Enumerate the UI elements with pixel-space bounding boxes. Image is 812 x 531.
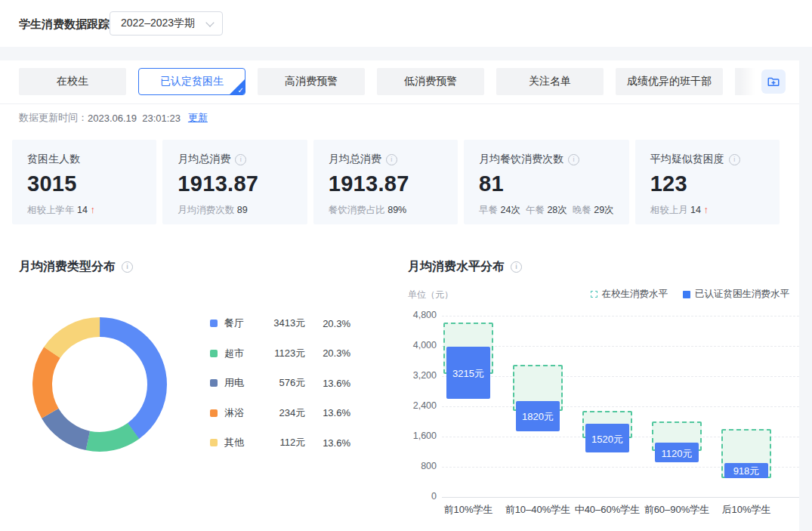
stat-footer-text: 相较上月 bbox=[650, 205, 690, 215]
y-axis-tick: 800 bbox=[399, 461, 437, 471]
donut-legend-row: 淋浴234元13.6% bbox=[210, 403, 350, 424]
stat-card-value: 81 bbox=[479, 171, 614, 196]
stat-card-title-text: 月均总消费 bbox=[329, 153, 381, 166]
tab-fade-overlay bbox=[740, 66, 761, 97]
legend-label: 超市 bbox=[224, 347, 266, 360]
y-axis-tick: 4,800 bbox=[399, 310, 437, 320]
tab-item[interactable]: 在校生 bbox=[19, 68, 126, 95]
legend-value: 1123元 bbox=[266, 347, 306, 360]
arrow-up-icon: ↑ bbox=[704, 205, 709, 215]
donut-legend-row: 其他112元13.6% bbox=[210, 432, 350, 453]
donut-chart bbox=[31, 316, 168, 453]
semester-select-value: 2022–2023学期 bbox=[121, 17, 195, 30]
tab-item[interactable]: 已认定贫困生✓ bbox=[138, 68, 245, 95]
stat-card-title: 平均疑似贫困度i bbox=[650, 153, 764, 166]
legend-value: 576元 bbox=[266, 376, 306, 390]
update-time-label: 数据更新时间： bbox=[19, 111, 88, 125]
dashboard: 学生消费数据跟踪： 2022–2023学期 在校生已认定贫困生✓高消费预警低消费… bbox=[0, 0, 812, 531]
top-bar: 学生消费数据跟踪： 2022–2023学期 bbox=[0, 0, 812, 47]
tab-item[interactable]: 低消费预警 bbox=[377, 68, 484, 95]
info-icon[interactable]: i bbox=[729, 154, 740, 165]
gridline bbox=[442, 497, 799, 498]
legend-percent: 13.6% bbox=[313, 378, 350, 389]
legend-swatch bbox=[683, 291, 690, 298]
donut-legend-row: 餐厅3413元20.3% bbox=[210, 313, 350, 334]
legend-swatch bbox=[210, 379, 218, 387]
legend-label: 在校生消费水平 bbox=[602, 288, 668, 301]
stat-footer-text: 29次 bbox=[594, 205, 613, 215]
arrow-up-icon: ↑ bbox=[90, 205, 94, 215]
stat-card-footer: 相较上月 14 ↑ bbox=[650, 204, 764, 217]
y-axis-tick: 2,400 bbox=[399, 400, 437, 411]
info-icon[interactable]: i bbox=[386, 154, 397, 165]
stat-card-title-text: 月均餐饮消费次数 bbox=[479, 153, 563, 166]
info-icon[interactable]: i bbox=[568, 154, 579, 165]
bar-section-title: 月均消费水平分布 i bbox=[408, 259, 522, 275]
info-icon[interactable]: i bbox=[511, 261, 522, 273]
stat-card-value: 123 bbox=[650, 171, 764, 196]
bar-chart-legend: 在校生消费水平已认证贫困生消费水平 bbox=[591, 288, 790, 301]
donut-legend-row: 超市1123元20.3% bbox=[210, 343, 350, 364]
info-icon[interactable]: i bbox=[122, 261, 133, 273]
legend-dashed-swatch bbox=[591, 291, 597, 298]
stat-card: 平均疑似贫困度i123相较上月 14 ↑ bbox=[635, 140, 780, 224]
stat-footer-text: 14 bbox=[690, 205, 703, 215]
chart-legend-item[interactable]: 在校生消费水平 bbox=[591, 288, 668, 301]
stat-footer-text: 89 bbox=[237, 205, 248, 215]
legend-swatch bbox=[210, 350, 218, 357]
donut-legend-row: 用电576元13.6% bbox=[210, 372, 350, 394]
legend-value: 112元 bbox=[266, 436, 306, 449]
gridline bbox=[442, 376, 799, 377]
legend-swatch bbox=[210, 439, 218, 446]
tab-label: 在校生 bbox=[57, 75, 88, 88]
stat-footer-text: 28次 bbox=[547, 205, 567, 215]
stat-card-value: 3015 bbox=[27, 171, 141, 196]
legend-label: 用电 bbox=[224, 376, 266, 390]
stat-footer-text: 月均消费次数 bbox=[178, 205, 236, 215]
stat-card-title: 贫困生人数 bbox=[27, 153, 141, 166]
tab-item[interactable]: 高消费预警 bbox=[258, 68, 365, 95]
stat-card: 月均总消费i1913.87月均消费次数 89 bbox=[162, 140, 307, 224]
chart-legend-item[interactable]: 已认证贫困生消费水平 bbox=[683, 288, 789, 301]
bar-value-label: 3215元 bbox=[446, 367, 490, 381]
stat-footer-text: 晚餐 bbox=[567, 205, 594, 215]
stat-card-title: 月均总消费i bbox=[329, 153, 443, 166]
stat-card: 月均总消费i1913.87餐饮消费占比 89% bbox=[313, 140, 458, 224]
page-title: 学生消费数据跟踪： bbox=[19, 17, 121, 32]
update-time-value: 2023.06.19 23:01:23 bbox=[88, 113, 181, 124]
stat-footer-text: 相较上学年 bbox=[27, 205, 77, 215]
legend-percent: 20.3% bbox=[313, 318, 350, 329]
legend-label: 已认证贫困生消费水平 bbox=[695, 288, 789, 301]
tab-label: 已认定贫困生 bbox=[160, 75, 224, 88]
stat-card-footer: 早餐 24次 午餐 28次 晚餐 29次 bbox=[479, 204, 614, 217]
stat-footer-text: 餐饮消费占比 bbox=[329, 205, 387, 215]
gridline bbox=[442, 346, 799, 347]
tab-item[interactable]: 关注名单 bbox=[496, 68, 604, 95]
legend-label: 餐厅 bbox=[224, 316, 266, 330]
tab-item[interactable]: 成绩优异的班干部 bbox=[616, 68, 723, 95]
stat-card-title-text: 贫困生人数 bbox=[27, 153, 80, 166]
y-axis-tick: 0 bbox=[399, 491, 437, 502]
stat-card-title: 月均总消费i bbox=[178, 153, 292, 166]
tabs-row: 在校生已认定贫困生✓高消费预警低消费预警关注名单成绩优异的班干部 bbox=[19, 68, 723, 95]
update-bar: 数据更新时间： 2023.06.19 23:01:23 更新 bbox=[19, 111, 208, 125]
chevron-down-icon bbox=[205, 18, 214, 26]
stat-footer-text: 早餐 bbox=[479, 205, 500, 215]
stat-card-title-text: 平均疑似贫困度 bbox=[650, 153, 724, 166]
stat-card: 月均餐饮消费次数i81早餐 24次 午餐 28次 晚餐 29次 bbox=[464, 140, 629, 224]
stat-footer-text: 午餐 bbox=[520, 205, 547, 215]
stat-card-value: 1913.87 bbox=[178, 171, 292, 196]
semester-select[interactable]: 2022–2023学期 bbox=[110, 11, 223, 36]
add-tab-button[interactable] bbox=[761, 69, 786, 94]
bar-value-label: 1120元 bbox=[655, 447, 699, 461]
info-icon[interactable]: i bbox=[235, 154, 246, 165]
refresh-link[interactable]: 更新 bbox=[188, 111, 208, 125]
stat-card-title-text: 月均总消费 bbox=[178, 153, 230, 166]
legend-value: 3413元 bbox=[266, 316, 306, 330]
content-panel: 在校生已认定贫困生✓高消费预警低消费预警关注名单成绩优异的班干部 数据更新时间：… bbox=[0, 60, 799, 531]
legend-value: 234元 bbox=[266, 406, 306, 420]
stat-card-footer: 餐饮消费占比 89% bbox=[329, 204, 443, 217]
bar-value-label: 1520元 bbox=[585, 433, 629, 446]
stat-footer-text: 14 bbox=[77, 205, 90, 215]
stat-card-footer: 月均消费次数 89 bbox=[178, 204, 292, 217]
